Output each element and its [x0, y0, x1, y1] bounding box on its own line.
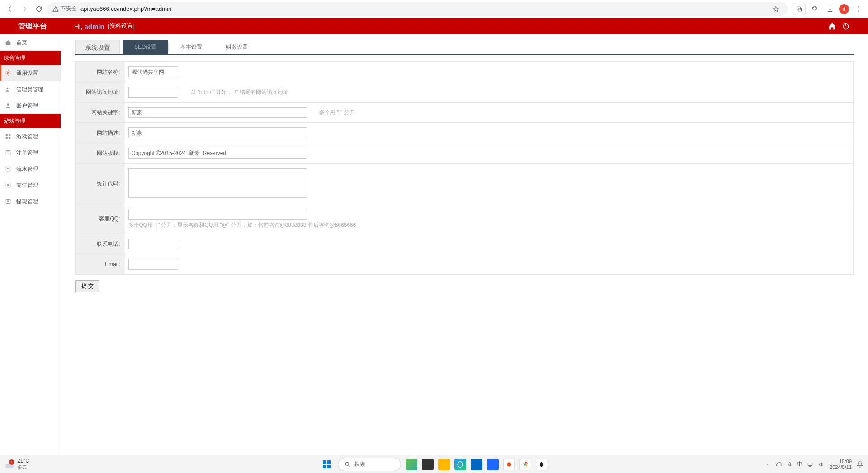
sidebar-item-flow[interactable]: 流水管理	[0, 161, 61, 177]
sidebar-item-admins[interactable]: 管理员管理	[0, 81, 61, 98]
main-content: 系统设置 SEO设置 基本设置 财务设置 网站名称: 网站访问地址: 以 "ht…	[61, 34, 868, 455]
input-stats[interactable]	[128, 168, 307, 198]
start-button[interactable]	[321, 458, 333, 471]
browser-reload-button[interactable]	[33, 3, 45, 15]
taskbar-weather[interactable]: 1 21°C 多云	[5, 458, 29, 471]
svg-point-6	[858, 10, 859, 11]
taskbar-app-terminal[interactable]	[422, 459, 434, 470]
user-icon	[5, 103, 12, 109]
input-site-url[interactable]	[128, 87, 178, 98]
label-stats: 统计代码:	[76, 164, 125, 204]
taskbar-app[interactable]	[406, 459, 417, 470]
taskbar-clock[interactable]: 15:09 2024/5/11	[830, 459, 852, 469]
sidebar-item-label: 流水管理	[16, 165, 38, 173]
tab-seo[interactable]: SEO设置	[123, 40, 168, 54]
sidebar-item-orders[interactable]: 注单管理	[0, 145, 61, 161]
taskbar-app-store[interactable]	[471, 459, 482, 470]
windows-taskbar: 1 21°C 多云 搜索	[0, 455, 868, 473]
list-icon	[5, 166, 12, 172]
extensions-icon[interactable]	[808, 3, 821, 15]
home-icon[interactable]	[828, 22, 836, 30]
input-copyright[interactable]	[128, 148, 307, 159]
profile-avatar[interactable]: d	[839, 4, 849, 14]
row-description: 网站描述:	[76, 123, 854, 143]
svg-rect-43	[808, 463, 812, 465]
taskbar-app-edge[interactable]	[454, 459, 466, 470]
taskbar-search[interactable]: 搜索	[338, 458, 401, 471]
tray-volume-icon[interactable]	[818, 461, 825, 468]
submit-button[interactable]: 提 交	[75, 280, 99, 292]
taskbar-app-explorer[interactable]	[438, 459, 450, 470]
row-stats: 统计代码:	[76, 164, 854, 204]
tray-notifications-icon[interactable]	[856, 461, 863, 468]
sidebar-item-label: 账户管理	[16, 102, 38, 110]
tab-row: 系统设置 SEO设置 基本设置 财务设置	[75, 40, 854, 55]
svg-point-4	[858, 6, 859, 7]
tray-mic-icon[interactable]	[787, 461, 793, 468]
tab-basic[interactable]: 基本设置	[169, 40, 214, 54]
label-email: Email:	[76, 254, 125, 275]
list-icon	[5, 182, 12, 188]
label-qq: 客服QQ:	[76, 204, 125, 234]
svg-point-36	[507, 462, 511, 466]
svg-point-33	[345, 462, 349, 465]
current-user: admin	[85, 23, 104, 30]
tab-finance[interactable]: 财务设置	[214, 40, 259, 54]
browser-back-button[interactable]	[4, 3, 16, 15]
input-keywords[interactable]	[128, 107, 307, 118]
svg-point-11	[9, 88, 10, 89]
svg-line-34	[349, 465, 350, 466]
input-email[interactable]	[128, 259, 178, 270]
svg-line-41	[777, 462, 781, 466]
taskbar-app-chrome[interactable]	[519, 459, 531, 470]
sidebar-item-games[interactable]: 游戏管理	[0, 128, 61, 145]
tray-network-icon[interactable]	[807, 461, 813, 468]
extension-button[interactable]	[793, 3, 806, 15]
users-icon	[5, 86, 12, 93]
input-qq[interactable]	[128, 209, 307, 220]
tray-cloud-icon[interactable]	[775, 461, 783, 468]
browser-menu-icon[interactable]	[852, 3, 864, 15]
taskbar-app-generic[interactable]	[503, 459, 515, 470]
greeting: Hi, admin	[74, 23, 104, 30]
search-icon	[344, 461, 351, 468]
row-copyright: 网站版权:	[76, 143, 854, 164]
input-phone[interactable]	[128, 239, 178, 249]
home-icon	[5, 39, 12, 46]
sidebar-item-general-settings[interactable]: 通用设置	[0, 65, 61, 81]
power-icon[interactable]	[842, 22, 850, 30]
svg-rect-16	[9, 137, 10, 139]
hint-qq: 多个QQ用 "|" 分开，显示名称和QQ用 "@" 分开，如：售前咨询@8888…	[128, 221, 850, 229]
svg-point-9	[7, 72, 9, 74]
taskbar-tray: 中 15:09 2024/5/11	[765, 459, 863, 469]
star-icon[interactable]	[769, 3, 782, 15]
sidebar-item-accounts[interactable]: 账户管理	[0, 98, 61, 114]
sidebar-item-recharge[interactable]: 充值管理	[0, 177, 61, 193]
label-site-name: 网站名称:	[76, 62, 125, 82]
sidebar: 首页 综合管理 通用设置 管理员管理 账户管理 游戏管理 游戏管理 注单管理 流…	[0, 34, 61, 455]
download-icon[interactable]	[824, 3, 836, 15]
svg-point-5	[858, 8, 859, 9]
sidebar-item-home[interactable]: 首页	[0, 34, 61, 51]
label-keywords: 网站关键字:	[76, 103, 125, 123]
svg-rect-42	[789, 462, 791, 465]
svg-point-1	[55, 10, 56, 10]
browser-forward-button	[18, 3, 31, 15]
svg-rect-31	[323, 465, 326, 468]
sidebar-item-label: 游戏管理	[16, 133, 38, 140]
brand-title: 管理平台	[18, 22, 47, 31]
taskbar-app-qq[interactable]	[536, 459, 547, 470]
address-bar[interactable]: 不安全 api.yao666.cc/index.php?m=admin	[47, 2, 788, 16]
label-phone: 联系电话:	[76, 234, 125, 254]
tray-chevron-icon[interactable]	[765, 462, 771, 467]
warning-icon	[52, 6, 59, 12]
input-description[interactable]	[128, 127, 307, 138]
taskbar-app-blue[interactable]	[487, 459, 499, 470]
sidebar-item-withdraw[interactable]: 提现管理	[0, 193, 61, 210]
weather-temp: 21°C	[17, 458, 29, 464]
tray-ime[interactable]: 中	[797, 460, 802, 468]
gear-icon	[5, 70, 12, 76]
svg-point-10	[7, 88, 9, 89]
row-keywords: 网站关键字: 多个用 "," 分开	[76, 103, 854, 123]
input-site-name[interactable]	[128, 66, 178, 77]
